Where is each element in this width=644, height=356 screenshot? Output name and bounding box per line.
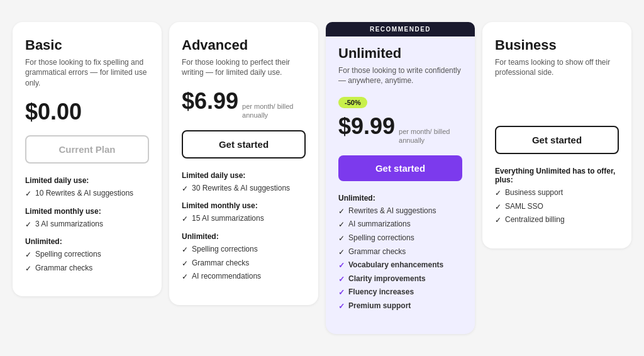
- plan-card-basic: BasicFor those looking to fix spelling a…: [13, 22, 162, 297]
- cta-button-basic: Current Plan: [25, 135, 149, 164]
- feature-text: Clarity improvements: [348, 274, 426, 284]
- plan-description-basic: For those looking to fix spelling and gr…: [25, 57, 149, 89]
- discount-badge: -50%: [338, 97, 367, 108]
- plan-name-advanced: Advanced: [182, 37, 306, 53]
- plan-description-business: For teams looking to show off their prof…: [495, 57, 619, 79]
- feature-text: AI recommendations: [192, 272, 261, 282]
- price-amount-unlimited: $9.99: [338, 113, 395, 140]
- section-label-advanced-0: Limited daily use:: [182, 171, 306, 180]
- check-icon: ✓: [25, 264, 31, 274]
- check-icon: ✓: [182, 245, 188, 255]
- section-label-basic-2: Unlimited:: [25, 237, 149, 246]
- feature-item: ✓ 30 Rewrites & AI suggestions: [182, 184, 306, 194]
- price-amount-advanced: $6.99: [182, 88, 238, 114]
- features-section-advanced-0: Limited daily use: ✓ 30 Rewrites & AI su…: [182, 171, 306, 194]
- section-label-advanced-1: Limited monthly use:: [182, 201, 306, 210]
- features-section-advanced-1: Limited monthly use: ✓ 15 AI summarizati…: [182, 201, 306, 225]
- check-icon: ✓: [495, 216, 501, 226]
- check-icon: ✓: [182, 184, 188, 194]
- features-section-unlimited-0: Unlimited: ✓ Rewrites & AI suggestions ✓…: [338, 194, 462, 312]
- feature-item: ✓ Grammar checks: [182, 259, 306, 269]
- price-row-unlimited: $9.99 per month/ billed annually: [338, 113, 462, 145]
- plan-name-unlimited: Unlimited: [338, 45, 462, 62]
- feature-item: ✓ Clarity improvements: [338, 274, 462, 285]
- features-section-basic-2: Unlimited: ✓ Spelling corrections ✓ Gram…: [25, 237, 149, 274]
- plan-intro-business: Everything Unlimited has to offer, plus:: [495, 167, 619, 184]
- check-icon: ✓: [338, 288, 345, 298]
- check-icon: ✓: [338, 220, 345, 230]
- feature-item: ✓ Vocabulary enhancements: [338, 260, 462, 271]
- plan-card-business: BusinessFor teams looking to show off th…: [482, 22, 631, 248]
- cta-button-advanced[interactable]: Get started: [182, 130, 306, 159]
- check-icon: ✓: [182, 214, 188, 225]
- feature-text: Premium support: [348, 301, 411, 311]
- feature-text: Spelling corrections: [192, 245, 258, 255]
- features-section-advanced-2: Unlimited: ✓ Spelling corrections ✓ Gram…: [182, 232, 306, 282]
- feature-text: Spelling corrections: [35, 250, 101, 260]
- feature-item: ✓ 15 AI summarizations: [182, 214, 306, 225]
- check-icon: ✓: [338, 261, 345, 271]
- check-icon: ✓: [338, 275, 345, 285]
- feature-text: Vocabulary enhancements: [348, 260, 443, 270]
- feature-text: AI summarizations: [348, 220, 411, 230]
- price-amount-basic: $0.00: [25, 99, 82, 125]
- section-label-basic-0: Limited daily use:: [25, 176, 149, 185]
- feature-item: ✓ Grammar checks: [25, 264, 149, 274]
- check-icon: ✓: [338, 302, 345, 312]
- feature-text: Fluency increases: [348, 287, 414, 298]
- feature-text: Grammar checks: [35, 264, 92, 274]
- section-label-advanced-2: Unlimited:: [182, 232, 306, 241]
- features-section-basic-1: Limited monthly use: ✓ 3 AI summarizatio…: [25, 207, 149, 230]
- check-icon: ✓: [495, 189, 501, 199]
- price-row-basic: $0.00: [25, 99, 149, 125]
- price-period-advanced: per month/ billed annually: [242, 102, 306, 120]
- feature-text: Grammar checks: [348, 247, 406, 257]
- feature-item: ✓ Business support: [495, 188, 619, 199]
- features-section-business-0: ✓ Business support ✓ SAML SSO ✓ Centrali…: [495, 188, 619, 226]
- feature-text: SAML SSO: [505, 202, 543, 212]
- check-icon: ✓: [182, 259, 188, 269]
- feature-text: Centralized billing: [505, 215, 565, 225]
- check-icon: ✓: [25, 189, 31, 199]
- feature-item: ✓ Fluency increases: [338, 287, 462, 298]
- feature-item: ✓ Rewrites & AI suggestions: [338, 206, 462, 217]
- price-row-advanced: $6.99 per month/ billed annually: [182, 88, 306, 120]
- price-period-unlimited: per month/ billed annually: [399, 127, 462, 145]
- plan-name-basic: Basic: [25, 37, 149, 53]
- feature-text: Spelling corrections: [348, 233, 414, 243]
- pricing-container: BasicFor those looking to fix spelling a…: [13, 22, 631, 335]
- feature-item: ✓ 10 Rewrites & AI suggestions: [25, 189, 149, 199]
- feature-text: 10 Rewrites & AI suggestions: [35, 189, 133, 199]
- cta-button-business[interactable]: Get started: [495, 126, 619, 154]
- plan-description-unlimited: For those looking to write confidently —…: [338, 65, 462, 87]
- feature-item: ✓ Premium support: [338, 301, 462, 312]
- plan-description-advanced: For those looking to perfect their writi…: [182, 57, 306, 79]
- feature-item: ✓ Spelling corrections: [338, 233, 462, 244]
- check-icon: ✓: [495, 203, 501, 213]
- feature-item: ✓ 3 AI summarizations: [25, 220, 149, 230]
- feature-item: ✓ Spelling corrections: [182, 245, 306, 255]
- plan-card-unlimited: RECOMMENDEDUnlimitedFor those looking to…: [326, 22, 475, 335]
- feature-item: ✓ AI summarizations: [338, 220, 462, 230]
- feature-item: ✓ SAML SSO: [495, 202, 619, 213]
- section-label-unlimited-0: Unlimited:: [338, 194, 462, 203]
- feature-text: Grammar checks: [192, 259, 249, 269]
- feature-item: ✓ AI recommendations: [182, 272, 306, 282]
- recommended-badge: RECOMMENDED: [326, 22, 475, 36]
- plan-card-advanced: AdvancedFor those looking to perfect the…: [169, 22, 318, 305]
- feature-item: ✓ Centralized billing: [495, 215, 619, 226]
- feature-item: ✓ Grammar checks: [338, 247, 462, 258]
- section-label-basic-1: Limited monthly use:: [25, 207, 149, 216]
- feature-text: 3 AI summarizations: [35, 220, 103, 230]
- feature-text: Business support: [505, 188, 563, 198]
- check-icon: ✓: [25, 220, 31, 230]
- feature-text: Rewrites & AI suggestions: [348, 206, 436, 216]
- check-icon: ✓: [25, 250, 31, 260]
- check-icon: ✓: [338, 234, 345, 244]
- feature-text: 30 Rewrites & AI suggestions: [192, 184, 290, 194]
- features-section-basic-0: Limited daily use: ✓ 10 Rewrites & AI su…: [25, 176, 149, 199]
- feature-text: 15 AI summarizations: [192, 214, 264, 224]
- check-icon: ✓: [182, 272, 188, 282]
- cta-button-unlimited[interactable]: Get started: [338, 155, 462, 181]
- plan-name-business: Business: [495, 37, 619, 53]
